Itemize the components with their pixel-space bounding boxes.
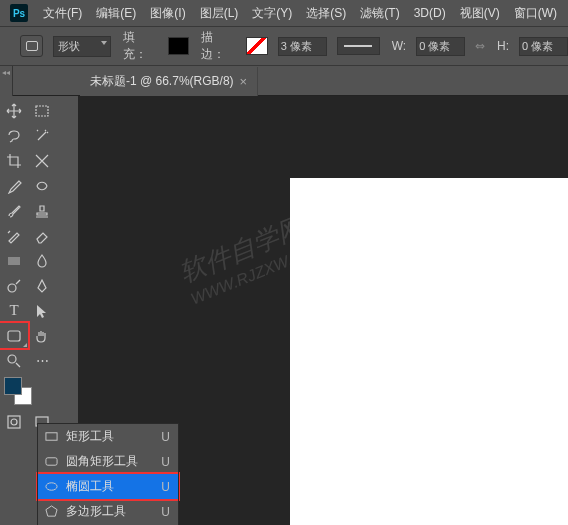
svg-point-4 — [8, 355, 16, 363]
foreground-color[interactable] — [4, 377, 22, 395]
document-tab-bar: 未标题-1 @ 66.7%(RGB/8) × — [0, 66, 568, 96]
flyout-rounded-rectangle[interactable]: 圆角矩形工具U — [38, 449, 178, 474]
eraser-tool[interactable] — [28, 223, 56, 248]
tool-preset-button[interactable] — [20, 35, 43, 57]
ellipse-icon — [44, 480, 58, 494]
quickmask-button[interactable] — [0, 409, 28, 434]
menu-select[interactable]: 选择(S) — [299, 5, 353, 22]
menu-bar: Ps 文件(F) 编辑(E) 图像(I) 图层(L) 文字(Y) 选择(S) 滤… — [0, 0, 568, 26]
polygon-icon — [44, 505, 58, 519]
shape-tool-flyout: 矩形工具U 圆角矩形工具U 椭圆工具U 多边形工具U 直线工具U 自定形状工具U — [38, 424, 178, 525]
svg-rect-8 — [45, 433, 56, 440]
crop-tool[interactable] — [0, 148, 28, 173]
gradient-tool[interactable] — [0, 248, 28, 273]
svg-rect-0 — [36, 106, 48, 116]
stamp-tool[interactable] — [28, 198, 56, 223]
color-swatches[interactable] — [4, 377, 32, 405]
canvas[interactable] — [290, 178, 568, 525]
close-icon[interactable]: × — [240, 74, 248, 89]
menu-image[interactable]: 图像(I) — [143, 5, 192, 22]
stroke-swatch[interactable] — [246, 37, 268, 55]
edit-toolbar[interactable]: ⋯ — [28, 348, 56, 373]
stroke-style-dropdown[interactable] — [337, 37, 380, 55]
hand-tool[interactable] — [28, 323, 56, 348]
brush-tool[interactable] — [0, 198, 28, 223]
zoom-tool[interactable] — [0, 348, 28, 373]
type-tool[interactable]: T — [0, 298, 28, 323]
wand-tool[interactable] — [28, 123, 56, 148]
lasso-tool[interactable] — [0, 123, 28, 148]
eyedropper-tool[interactable] — [0, 173, 28, 198]
rectangle-icon — [44, 430, 58, 444]
height-input[interactable]: 0 像素 — [519, 37, 568, 56]
history-brush-tool[interactable] — [0, 223, 28, 248]
tab-title: 未标题-1 @ 66.7%(RGB/8) — [90, 73, 234, 90]
move-tool[interactable] — [0, 98, 28, 123]
svg-point-6 — [11, 419, 17, 425]
svg-rect-1 — [8, 257, 20, 265]
menu-file[interactable]: 文件(F) — [36, 5, 89, 22]
shape-mode-dropdown[interactable]: 形状 — [53, 36, 110, 57]
stroke-label: 描边： — [201, 29, 236, 63]
menu-window[interactable]: 窗口(W) — [507, 5, 564, 22]
rounded-rect-icon — [44, 455, 58, 469]
flyout-rectangle[interactable]: 矩形工具U — [38, 424, 178, 449]
flyout-polygon[interactable]: 多边形工具U — [38, 499, 178, 524]
fill-label: 填充： — [123, 29, 158, 63]
height-label: H: — [497, 39, 509, 53]
svg-point-10 — [45, 483, 56, 490]
svg-rect-9 — [45, 458, 56, 465]
shape-tool[interactable] — [0, 323, 28, 348]
menu-3d[interactable]: 3D(D) — [407, 6, 453, 20]
document-tab[interactable]: 未标题-1 @ 66.7%(RGB/8) × — [80, 67, 258, 96]
path-select-tool[interactable] — [28, 298, 56, 323]
dodge-tool[interactable] — [0, 273, 28, 298]
link-icon[interactable]: ⇔ — [475, 39, 485, 53]
blur-tool[interactable] — [28, 248, 56, 273]
menu-edit[interactable]: 编辑(E) — [89, 5, 143, 22]
menu-filter[interactable]: 滤镜(T) — [353, 5, 406, 22]
svg-rect-3 — [8, 331, 20, 341]
app-logo: Ps — [10, 4, 28, 22]
menu-view[interactable]: 视图(V) — [453, 5, 507, 22]
tool-palette: T ⋯ — [0, 96, 60, 434]
marquee-tool[interactable] — [28, 98, 56, 123]
fill-swatch[interactable] — [168, 37, 190, 55]
width-input[interactable]: 0 像素 — [416, 37, 465, 56]
stroke-width-input[interactable]: 3 像素 — [278, 37, 327, 56]
heal-tool[interactable] — [28, 173, 56, 198]
pen-tool[interactable] — [28, 273, 56, 298]
menu-layer[interactable]: 图层(L) — [193, 5, 246, 22]
flyout-ellipse[interactable]: 椭圆工具U — [38, 474, 178, 499]
menu-type[interactable]: 文字(Y) — [245, 5, 299, 22]
svg-point-2 — [8, 284, 16, 292]
svg-rect-5 — [8, 416, 20, 428]
slice-tool[interactable] — [28, 148, 56, 173]
width-label: W: — [392, 39, 406, 53]
options-bar: 形状 填充： 描边： 3 像素 W: 0 像素 ⇔ H: 0 像素 — [0, 26, 568, 66]
